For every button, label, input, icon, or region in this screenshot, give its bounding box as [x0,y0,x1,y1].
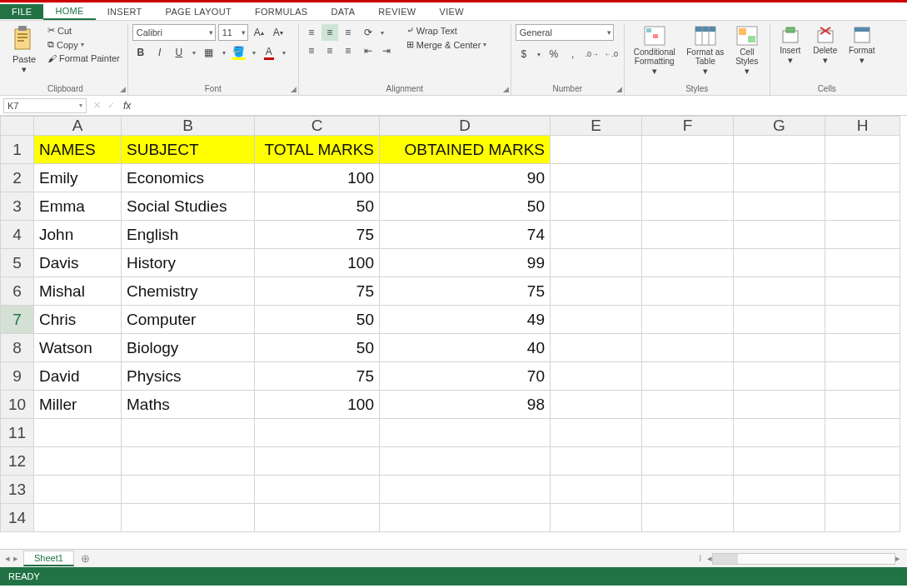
alignment-dialog-launcher[interactable]: ◢ [503,85,509,93]
tab-view[interactable]: VIEW [428,4,476,19]
cell[interactable]: 100 [255,164,380,192]
cell[interactable] [642,476,734,504]
insert-cells-button[interactable]: Insert▾ [775,24,806,66]
tab-review[interactable]: REVIEW [366,4,427,19]
cell[interactable] [734,504,825,532]
spreadsheet-grid[interactable]: A B C D E F G H 1 NAMES SUBJECT TOTAL MA… [0,116,907,549]
cell[interactable] [122,447,255,476]
wrap-text-button[interactable]: ⤶Wrap Text [403,24,491,37]
row-header[interactable]: 3 [1,192,34,221]
cell[interactable] [642,306,734,334]
row-header[interactable]: 12 [1,447,34,476]
cell[interactable]: 99 [380,249,551,277]
merge-center-button[interactable]: ⊞Merge & Center▾ [403,38,491,51]
row-header[interactable]: 1 [1,136,34,164]
cell[interactable]: 90 [380,164,551,192]
fx-icon[interactable]: fx [118,100,136,112]
cell[interactable]: Social Studies [122,192,255,221]
accounting-format-button[interactable]: $ [516,46,532,62]
bold-button[interactable]: B [132,44,149,61]
format-cells-button[interactable]: Format▾ [845,24,880,66]
cell[interactable] [642,391,734,419]
cell[interactable] [551,136,642,164]
row-header[interactable]: 7 [1,306,34,334]
cell[interactable]: Mishal [34,277,122,306]
row-header[interactable]: 5 [1,249,34,277]
tab-home[interactable]: HOME [43,3,95,20]
cell[interactable] [255,476,380,504]
formula-cancel-icon[interactable]: ✕ [90,100,104,111]
col-header-b[interactable]: B [122,117,255,136]
decrease-decimal-button[interactable]: ←.0 [603,46,620,62]
cell[interactable] [825,504,900,532]
cell[interactable] [122,476,255,504]
col-header-c[interactable]: C [255,117,380,136]
cell[interactable] [825,362,900,391]
cell[interactable]: 70 [380,362,551,391]
cell[interactable] [734,419,825,447]
cell[interactable] [825,334,900,362]
borders-dropdown-icon[interactable]: ▾ [220,49,228,57]
cell[interactable] [255,419,380,447]
cell[interactable]: Biology [122,334,255,362]
cell[interactable]: Economics [122,164,255,192]
row-header[interactable]: 14 [1,504,34,532]
cell[interactable] [642,221,734,249]
cell[interactable] [734,221,825,249]
cell[interactable]: David [34,362,122,391]
cell[interactable]: 75 [255,277,380,306]
tab-formulas[interactable]: FORMULAS [243,4,320,19]
cell[interactable]: Maths [122,391,255,419]
col-header-f[interactable]: F [642,117,734,136]
cell[interactable]: 100 [255,249,380,277]
cell[interactable]: TOTAL MARKS [255,136,380,164]
cell[interactable]: History [122,249,255,277]
cell-styles-button[interactable]: Cell Styles▾ [730,24,764,77]
row-header[interactable]: 4 [1,221,34,249]
cell[interactable]: 75 [380,277,551,306]
cell[interactable] [825,447,900,476]
cell[interactable] [380,447,551,476]
tab-data[interactable]: DATA [319,4,366,19]
increase-decimal-button[interactable]: .0→ [584,46,601,62]
cell[interactable] [551,504,642,532]
delete-cells-button[interactable]: Delete▾ [810,24,841,66]
cell[interactable] [734,391,825,419]
row-header[interactable]: 11 [1,419,34,447]
cell[interactable] [255,447,380,476]
cell[interactable] [825,136,900,164]
cell[interactable] [551,277,642,306]
conditional-formatting-button[interactable]: Conditional Formatting▾ [629,24,680,77]
cell[interactable] [551,476,642,504]
cut-button[interactable]: ✂ Cut [44,24,123,37]
font-color-button[interactable]: A [261,44,277,61]
font-size-select[interactable]: 11 [218,24,248,41]
cell[interactable] [825,192,900,221]
cell[interactable]: John [34,221,122,249]
cell[interactable] [551,249,642,277]
cell[interactable] [642,164,734,192]
font-dialog-launcher[interactable]: ◢ [291,85,297,93]
cell[interactable]: Chris [34,306,122,334]
align-top-button[interactable]: ≡ [303,24,320,41]
cell[interactable] [642,277,734,306]
copy-button[interactable]: ⧉ Copy ▾ [44,38,123,51]
row-header[interactable]: 2 [1,164,34,192]
cell[interactable] [34,504,122,532]
cell[interactable] [122,504,255,532]
col-header-a[interactable]: A [34,117,122,136]
cell[interactable] [642,249,734,277]
cell[interactable]: 75 [255,362,380,391]
col-header-d[interactable]: D [380,117,551,136]
align-left-button[interactable]: ≡ [303,42,320,59]
cell[interactable] [380,419,551,447]
comma-format-button[interactable]: , [565,46,581,62]
row-header[interactable]: 8 [1,334,34,362]
cell[interactable]: OBTAINED MARKS [380,136,551,164]
cell[interactable] [34,419,122,447]
cell[interactable]: Emma [34,192,122,221]
cell[interactable] [642,447,734,476]
cell[interactable] [825,391,900,419]
italic-button[interactable]: I [152,44,168,61]
cell[interactable] [825,476,900,504]
